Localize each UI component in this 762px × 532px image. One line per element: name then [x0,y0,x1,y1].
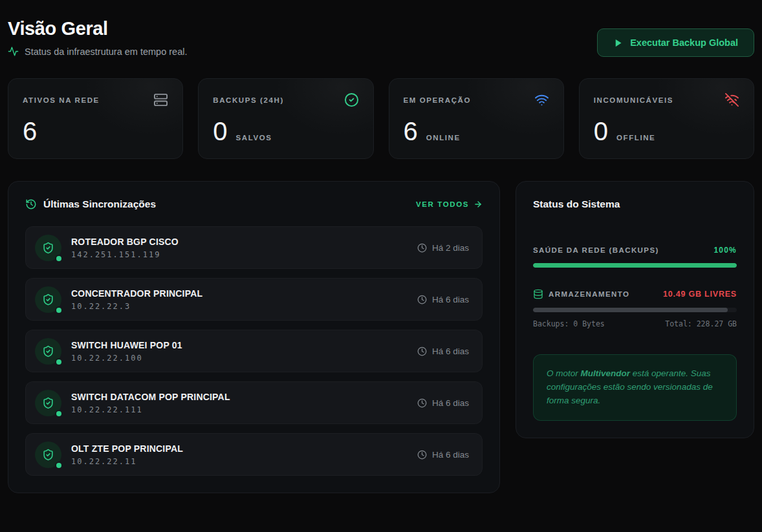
device-ip: 10.22.22.3 [71,302,202,311]
storage-progress-fill [533,308,728,312]
shield-check-icon [42,345,54,357]
stats-row: ATIVOS NA REDE 6 BACKUPS (24H) 0 SALVOS [8,78,754,159]
device-name: SWITCH HUAWEI POP 01 [71,340,182,350]
shield-check-icon [42,397,54,409]
engine-name: Multivendor [581,368,631,378]
stat-card-ativos-na-rede: ATIVOS NA REDE 6 [8,78,183,159]
wifi-off-icon [724,92,739,107]
device-ip: 10.22.22.111 [71,405,230,414]
network-health-label: SAÚDE DA REDE (BACKUPS) [533,246,659,254]
latest-syncs-title-text: Últimas Sincronizações [43,198,156,210]
online-status-dot [55,306,63,314]
storage-total-size: Total: 228.27 GB [665,319,737,328]
stat-value: 6 [404,118,418,144]
storage-label: ARMAZENAMENTO [549,290,629,298]
device-name: ROTEADOR BGP CISCO [71,237,179,247]
stat-label: INCOMUNICÁVEIS [594,96,673,104]
device-name: CONCENTRADOR PRINCIPAL [71,288,202,299]
backup-button-label: Executar Backup Global [630,37,738,48]
clock-icon [417,398,427,408]
arrow-right-icon [474,200,483,209]
stat-label: EM OPERAÇÃO [404,96,472,104]
device-name: OLT ZTE POP PRINCIPAL [71,443,183,454]
stat-card-em-operacao: EM OPERAÇÃO 6 ONLINE [389,78,564,159]
sync-time: Há 6 dias [417,346,469,356]
stat-unit: SALVOS [236,134,272,142]
online-status-dot [55,255,63,262]
page-subtitle-text: Status da infraestrutura em tempo real. [25,47,187,57]
storage-label-group: ARMAZENAMENTO [533,289,629,299]
stat-card-incomunicaveis: INCOMUNICÁVEIS 0 OFFLINE [579,78,754,159]
device-avatar [35,338,61,365]
dashboard-page: Visão Geral Status da infraestrutura em … [0,0,762,493]
network-health-value: 100% [714,246,737,255]
network-health-section: SAÚDE DA REDE (BACKUPS) 100% [533,246,737,268]
device-ip: 10.22.22.11 [71,457,183,466]
stat-label: BACKUPS (24H) [213,96,284,104]
history-icon [25,198,37,210]
network-health-progress-fill [533,263,737,268]
shield-check-icon [42,242,54,254]
clock-icon [417,346,427,356]
execute-global-backup-button[interactable]: Executar Backup Global [597,28,754,57]
clock-icon [417,295,427,304]
sync-time: Há 6 dias [417,450,469,460]
stat-value: 6 [23,118,37,144]
stat-value: 0 [213,118,227,144]
storage-free-value: 10.49 GB LIVRES [663,290,737,299]
page-header-text: Visão Geral Status da infraestrutura em … [8,18,187,57]
hard-drive-icon [533,289,543,299]
page-header: Visão Geral Status da infraestrutura em … [8,0,754,57]
shield-check-icon [42,449,54,461]
sync-list-item[interactable]: ROTEADOR BGP CISCO 142.251.151.119 Há 2 … [25,226,483,269]
storage-backups-size: Backups: 0 Bytes [533,319,605,328]
play-icon [613,38,623,48]
wifi-icon [534,92,549,107]
stat-value: 0 [594,118,608,144]
server-icon [153,92,168,107]
sync-time: Há 6 dias [417,295,469,304]
latest-syncs-title: Últimas Sincronizações [25,198,156,210]
latest-syncs-panel: Últimas Sincronizações VER TODOS [8,181,500,493]
sync-list: ROTEADOR BGP CISCO 142.251.151.119 Há 2 … [25,226,483,476]
page-title: Visão Geral [8,18,187,39]
storage-section: ARMAZENAMENTO 10.49 GB LIVRES Backups: 0… [533,289,737,328]
clock-icon [417,450,427,460]
device-avatar [35,286,61,313]
sync-list-item[interactable]: OLT ZTE POP PRINCIPAL 10.22.22.11 Há 6 d… [25,433,483,476]
system-status-title-text: Status do Sistema [533,198,620,210]
sync-list-item[interactable]: SWITCH DATACOM POP PRINCIPAL 10.22.22.11… [25,381,483,424]
online-status-dot [55,462,63,469]
network-health-progressbar [533,263,737,268]
sync-list-item[interactable]: CONCENTRADOR PRINCIPAL 10.22.22.3 Há 6 d… [25,278,483,321]
engine-status-notice: O motor Multivendor está operante. Suas … [533,354,737,421]
stat-card-backups-24h: BACKUPS (24H) 0 SALVOS [198,78,373,159]
shield-check-icon [42,293,54,306]
online-status-dot [55,358,63,366]
system-status-panel: Status do Sistema SAÚDE DA REDE (BACKUPS… [516,181,754,438]
stat-unit: OFFLINE [616,134,655,142]
system-status-title: Status do Sistema [533,198,737,210]
device-ip: 142.251.151.119 [71,250,179,259]
check-circle-icon [344,92,359,107]
view-all-link[interactable]: VER TODOS [416,200,483,209]
activity-icon [8,46,19,57]
device-ip: 10.22.22.100 [71,354,182,363]
device-avatar [35,442,61,468]
stat-label: ATIVOS NA REDE [23,96,100,104]
sync-time: Há 2 dias [417,243,469,253]
stat-unit: ONLINE [426,134,461,142]
sync-time: Há 6 dias [417,398,469,408]
device-name: SWITCH DATACOM POP PRINCIPAL [71,392,230,402]
sync-list-item[interactable]: SWITCH HUAWEI POP 01 10.22.22.100 Há 6 d… [25,330,483,372]
online-status-dot [55,410,63,418]
device-avatar [35,235,61,261]
clock-icon [417,243,427,253]
storage-progressbar [533,308,737,312]
page-subtitle: Status da infraestrutura em tempo real. [8,46,187,57]
device-avatar [35,390,61,416]
main-content: Últimas Sincronizações VER TODOS [8,181,754,493]
